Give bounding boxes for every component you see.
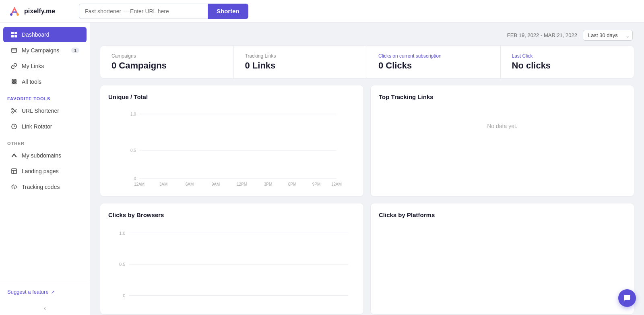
date-range-select[interactable]: Last 30 days Last 7 days Last 90 days Cu… xyxy=(583,30,633,41)
svg-text:3AM: 3AM xyxy=(159,182,168,187)
collapse-icon: ‹ xyxy=(44,305,46,312)
sidebar-item-url-shortener[interactable]: URL Shortener xyxy=(3,103,87,118)
tracking-icon xyxy=(10,183,18,191)
stat-links-value: 0 Links xyxy=(245,60,356,71)
dashboard-icon xyxy=(10,31,18,38)
svg-point-8 xyxy=(14,80,15,81)
chart-clicks-browsers: Clicks by Browsers 1.0 0.5 0 xyxy=(100,203,364,315)
svg-point-0 xyxy=(17,13,19,16)
chart-clicks-browsers-title: Clicks by Browsers xyxy=(108,211,355,218)
svg-text:0: 0 xyxy=(134,176,136,181)
sidebar-item-campaigns[interactable]: My Campaigns 1 xyxy=(3,43,87,58)
svg-point-16 xyxy=(12,108,13,110)
url-input[interactable] xyxy=(79,4,208,19)
app-body: Dashboard My Campaigns 1 My Links All t xyxy=(0,23,644,315)
svg-text:9PM: 9PM xyxy=(312,182,321,187)
main-header: FEB 19, 2022 - MAR 21, 2022 Last 30 days… xyxy=(90,23,644,46)
chart-top-tracking: Top Tracking Links No data yet. xyxy=(370,85,634,197)
sidebar-label-links: My Links xyxy=(22,63,44,69)
logo-icon xyxy=(8,5,21,18)
stats-row: Campaigns 0 Campaigns Tracking Links 0 L… xyxy=(100,46,634,79)
sidebar: Dashboard My Campaigns 1 My Links All t xyxy=(0,23,90,315)
svg-text:0: 0 xyxy=(123,293,125,298)
svg-text:9AM: 9AM xyxy=(212,182,220,187)
external-link-icon: ↗ xyxy=(51,289,55,295)
chart-grid: Unique / Total 1.0 0.5 0 12AM 3AM xyxy=(90,85,644,315)
sidebar-label-link-rotator: Link Rotator xyxy=(22,123,52,130)
svg-point-11 xyxy=(14,81,15,83)
logo: pixelfy.me xyxy=(8,5,72,18)
chart-unique-total-svg: 1.0 0.5 0 12AM 3AM 6AM 9AM 12PM 3PM 6PM … xyxy=(108,106,355,187)
svg-point-7 xyxy=(12,80,13,81)
svg-point-14 xyxy=(14,83,15,84)
suggest-feature-link[interactable]: Suggest a feature ↗ xyxy=(7,289,83,295)
svg-rect-3 xyxy=(14,32,17,34)
subdomain-icon xyxy=(10,152,18,159)
chart-top-tracking-title: Top Tracking Links xyxy=(379,93,626,100)
links-icon xyxy=(10,62,18,70)
shorten-button[interactable]: Shorten xyxy=(208,4,248,19)
chart-top-tracking-empty: No data yet. xyxy=(379,106,626,146)
sidebar-label-dashboard: Dashboard xyxy=(22,31,50,38)
all-tools-icon xyxy=(10,78,18,85)
svg-point-17 xyxy=(12,112,13,113)
sidebar-item-all-tools[interactable]: All tools xyxy=(3,74,87,89)
svg-text:0.5: 0.5 xyxy=(130,148,136,153)
sidebar-item-dashboard[interactable]: Dashboard xyxy=(3,27,87,42)
stat-campaigns: Campaigns 0 Campaigns xyxy=(100,46,234,78)
chart-unique-total-title: Unique / Total xyxy=(108,93,355,100)
chart-clicks-platforms-title: Clicks by Platforms xyxy=(379,211,626,218)
main-content: FEB 19, 2022 - MAR 21, 2022 Last 30 days… xyxy=(90,23,644,315)
svg-text:12AM: 12AM xyxy=(134,182,144,187)
chart-clicks-browsers-svg: 1.0 0.5 0 xyxy=(108,224,355,305)
chat-widget-button[interactable] xyxy=(618,289,636,307)
svg-point-15 xyxy=(15,83,17,84)
date-select-wrapper: Last 30 days Last 7 days Last 90 days Cu… xyxy=(583,30,633,41)
svg-point-9 xyxy=(15,80,17,81)
sidebar-item-links[interactable]: My Links xyxy=(3,58,87,74)
stat-clicks-label: Clicks on current subscription xyxy=(378,53,489,59)
svg-rect-6 xyxy=(12,48,17,52)
svg-rect-5 xyxy=(14,35,17,37)
svg-point-10 xyxy=(12,81,13,83)
sidebar-item-link-rotator[interactable]: Link Rotator xyxy=(3,119,87,134)
sidebar-footer: Suggest a feature ↗ xyxy=(0,283,90,301)
svg-rect-19 xyxy=(12,169,17,174)
sidebar-label-all-tools: All tools xyxy=(22,79,41,85)
url-input-wrapper: Shorten xyxy=(79,4,264,19)
svg-text:12PM: 12PM xyxy=(237,182,247,187)
sidebar-label-url-shortener: URL Shortener xyxy=(22,108,59,114)
stat-campaigns-label: Campaigns xyxy=(111,53,222,59)
stat-links: Tracking Links 0 Links xyxy=(234,46,367,78)
svg-point-12 xyxy=(15,81,17,83)
chart-clicks-platforms: Clicks by Platforms xyxy=(370,203,634,315)
chart-unique-total-area: 1.0 0.5 0 12AM 3AM 6AM 9AM 12PM 3PM 6PM … xyxy=(108,106,355,188)
sidebar-item-landing-pages[interactable]: Landing pages xyxy=(3,164,87,179)
svg-rect-2 xyxy=(11,32,14,34)
stat-last-click: Last Click No clicks xyxy=(501,46,634,78)
svg-point-13 xyxy=(12,83,13,84)
campaigns-badge: 1 xyxy=(71,48,79,53)
favorite-tools-label: FAVORITE TOOLS xyxy=(0,90,90,103)
svg-text:1.0: 1.0 xyxy=(130,112,136,116)
date-range-text: FEB 19, 2022 - MAR 21, 2022 xyxy=(507,32,577,38)
stat-campaigns-value: 0 Campaigns xyxy=(111,60,222,71)
topbar: pixelfy.me Shorten xyxy=(0,0,644,23)
stat-last-click-label: Last Click xyxy=(512,53,623,59)
sidebar-label-subdomains: My subdomains xyxy=(22,152,61,159)
sidebar-label-landing-pages: Landing pages xyxy=(22,168,59,174)
logo-text: pixelfy.me xyxy=(24,8,55,15)
sidebar-label-tracking-codes: Tracking codes xyxy=(22,184,60,190)
stat-clicks-value: 0 Clicks xyxy=(378,60,489,71)
svg-text:3PM: 3PM xyxy=(264,182,272,187)
svg-text:1.0: 1.0 xyxy=(119,231,125,236)
svg-rect-4 xyxy=(11,35,14,37)
sidebar-item-tracking-codes[interactable]: Tracking codes xyxy=(3,179,87,195)
other-label: OTHER xyxy=(0,135,90,147)
campaigns-icon xyxy=(10,47,18,54)
sidebar-label-campaigns: My Campaigns xyxy=(22,47,59,54)
scissors-icon xyxy=(10,107,18,114)
stat-links-label: Tracking Links xyxy=(245,53,356,59)
sidebar-collapse-button[interactable]: ‹ xyxy=(0,301,90,315)
sidebar-item-subdomains[interactable]: My subdomains xyxy=(3,148,87,163)
